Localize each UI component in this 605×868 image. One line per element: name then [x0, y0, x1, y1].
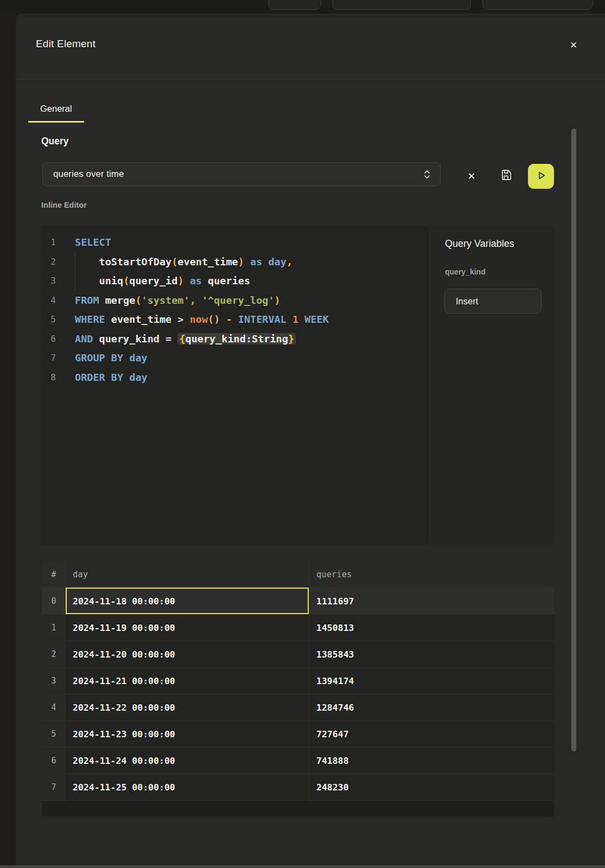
row-index-cell[interactable]: 7: [42, 774, 65, 800]
background-toolbar: [0, 0, 605, 14]
code-line-8[interactable]: 8ORDER BY day: [41, 368, 429, 387]
query-select-value: queries over time: [53, 169, 124, 180]
code-text: SELECT: [75, 233, 111, 252]
cell-queries-0[interactable]: 1111697: [309, 588, 554, 614]
table-row-1: 12024-11-19 00:00:001450813: [42, 614, 554, 641]
cell-day-4[interactable]: 2024-11-22 00:00:00: [65, 694, 309, 720]
background-button-2[interactable]: [333, 0, 471, 10]
insert-variable-button[interactable]: Insert: [444, 289, 542, 314]
code-line-6[interactable]: 6AND query_kind = {query_kind:String}: [41, 329, 429, 349]
row-index-cell[interactable]: 4: [42, 694, 65, 720]
table-row-7: 72024-11-25 00:00:00248230: [42, 774, 554, 800]
column-header-day: day: [65, 561, 309, 588]
table-row-4: 42024-11-22 00:00:001284746: [42, 694, 554, 720]
table-row-5: 52024-11-23 00:00:00727647: [42, 720, 554, 747]
line-number: 5: [41, 310, 56, 329]
cell-day-6[interactable]: 2024-11-24 00:00:00: [65, 748, 309, 774]
line-number: 6: [41, 329, 56, 349]
row-index-cell[interactable]: 5: [42, 721, 65, 747]
line-number: 4: [41, 291, 56, 310]
cell-queries-6[interactable]: 741888: [309, 748, 554, 774]
results-header-row: #dayqueries: [42, 561, 554, 588]
clear-icon: ✕: [467, 170, 475, 182]
code-text: FROM merge('system', '^query_log'): [75, 291, 281, 310]
code-text: WHERE event_time > now() - INTERVAL 1 WE…: [75, 310, 329, 329]
modal-header: Edit Element ✕: [16, 14, 605, 79]
code-line-4[interactable]: 4FROM merge('system', '^query_log'): [41, 291, 429, 310]
cell-queries-4[interactable]: 1284746: [309, 694, 554, 720]
cell-day-2[interactable]: 2024-11-20 00:00:00: [65, 641, 309, 667]
modal-scrollbar[interactable]: [571, 129, 576, 751]
window-bottom-edge: [0, 865, 605, 868]
code-text: AND query_kind = {query_kind:String}: [75, 329, 296, 349]
row-index-cell[interactable]: 6: [42, 748, 65, 774]
row-index-cell[interactable]: 3: [42, 668, 65, 694]
close-icon[interactable]: ✕: [563, 35, 584, 55]
line-number: 7: [41, 348, 56, 368]
query-variables-panel: Query Variables query_kind Insert: [433, 226, 555, 545]
variable-name-label: query_kind: [445, 267, 486, 276]
line-number: 2: [41, 252, 56, 272]
column-header-index: #: [42, 561, 65, 588]
modal-title: Edit Element: [36, 38, 95, 50]
sql-editor[interactable]: 1SELECT2 toStartOfDay(event_time) as day…: [41, 226, 429, 545]
code-text: GROUP BY day: [75, 348, 148, 368]
indent-guide: [75, 271, 75, 291]
cell-day-0[interactable]: 2024-11-18 00:00:00: [65, 588, 309, 614]
table-row-0: 02024-11-18 00:00:001111697: [42, 588, 554, 614]
cell-queries-3[interactable]: 1394174: [309, 668, 554, 694]
inline-editor-label: Inline Editor: [41, 201, 87, 209]
clear-query-button[interactable]: ✕: [461, 165, 482, 187]
cell-queries-1[interactable]: 1450813: [309, 615, 554, 641]
modal-backdrop: [0, 14, 16, 868]
code-line-7[interactable]: 7GROUP BY day: [41, 348, 429, 368]
indent-guide: [75, 252, 75, 272]
table-row-3: 32024-11-21 00:00:001394174: [42, 667, 554, 694]
code-line-1[interactable]: 1SELECT: [41, 233, 429, 252]
edit-element-modal: Edit Element ✕ General Query queries ove…: [16, 14, 605, 868]
save-icon: [500, 169, 512, 184]
play-icon: [536, 170, 546, 182]
row-index-cell[interactable]: 1: [42, 615, 65, 641]
column-header-queries: queries: [309, 561, 554, 588]
row-index-cell[interactable]: 0: [42, 588, 65, 614]
query-section-label: Query: [41, 136, 69, 147]
chevron-updown-icon: [423, 169, 431, 180]
line-number: 1: [41, 233, 56, 252]
results-grid: #dayqueries02024-11-18 00:00:00111169712…: [42, 561, 554, 800]
row-index-cell[interactable]: 2: [42, 641, 65, 667]
run-query-button[interactable]: [528, 164, 554, 189]
cell-day-3[interactable]: 2024-11-21 00:00:00: [65, 668, 309, 694]
app-background: Edit Element ✕ General Query queries ove…: [0, 0, 605, 868]
save-query-button[interactable]: [495, 165, 517, 187]
cell-day-7[interactable]: 2024-11-25 00:00:00: [65, 774, 309, 800]
code-line-5[interactable]: 5WHERE event_time > now() - INTERVAL 1 W…: [41, 310, 429, 329]
code-text: ORDER BY day: [75, 368, 148, 387]
background-button-3[interactable]: [482, 0, 593, 10]
cell-queries-5[interactable]: 727647: [309, 721, 554, 747]
tab-general[interactable]: General: [28, 96, 84, 123]
line-number: 8: [41, 368, 56, 387]
code-line-2[interactable]: 2 toStartOfDay(event_time) as day,: [41, 252, 429, 272]
code-text: toStartOfDay(event_time) as day,: [75, 252, 292, 272]
line-number: 3: [41, 271, 56, 291]
cell-day-1[interactable]: 2024-11-19 00:00:00: [65, 615, 309, 641]
table-row-2: 22024-11-20 00:00:001385843: [42, 641, 554, 667]
cell-queries-2[interactable]: 1385843: [309, 641, 554, 667]
cell-queries-7[interactable]: 248230: [309, 774, 554, 800]
query-variables-title: Query Variables: [445, 238, 514, 250]
results-table-footer: [42, 800, 554, 816]
code-text: uniq(query_id) as queries: [75, 271, 250, 291]
code-line-3[interactable]: 3 uniq(query_id) as queries: [41, 271, 429, 291]
query-select[interactable]: queries over time: [42, 162, 441, 186]
cell-day-5[interactable]: 2024-11-23 00:00:00: [65, 721, 309, 747]
code-lines: 1SELECT2 toStartOfDay(event_time) as day…: [41, 233, 429, 387]
background-button-1[interactable]: [269, 0, 321, 10]
table-row-6: 62024-11-24 00:00:00741888: [42, 747, 554, 774]
results-table: #dayqueries02024-11-18 00:00:00111169712…: [42, 561, 554, 816]
